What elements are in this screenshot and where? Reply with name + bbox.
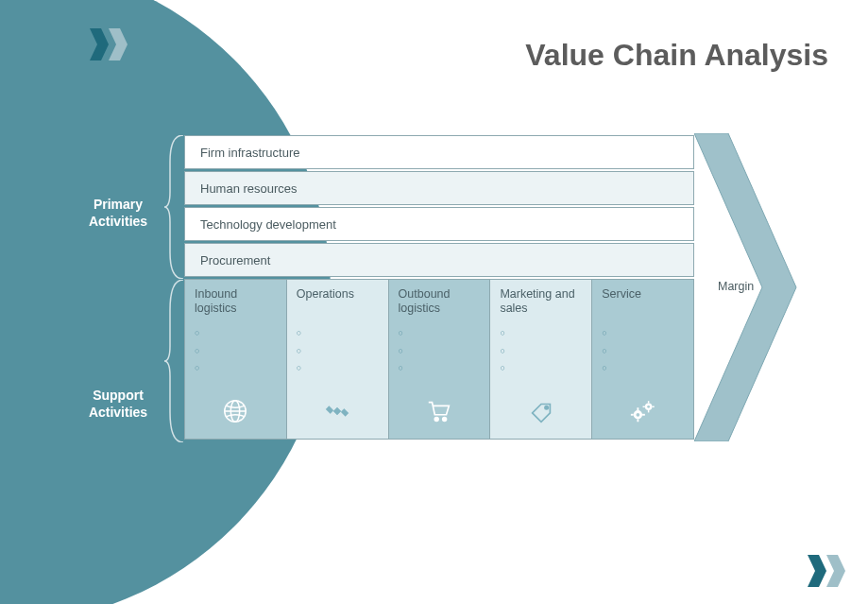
chevron-right-icon [826, 555, 845, 587]
svg-point-6 [434, 418, 438, 422]
primary-col-inbound-logistics: Inbound logistics [184, 279, 286, 440]
svg-rect-12 [637, 419, 638, 422]
chevron-right-icon [808, 555, 826, 587]
primary-activities-grid: Inbound logistics Operations [184, 279, 694, 440]
svg-rect-19 [642, 406, 644, 408]
svg-point-16 [647, 406, 650, 408]
decorative-chevrons-top [90, 28, 128, 60]
support-row-label: Human resources [200, 181, 298, 196]
support-row-firm-infrastructure: Firm infrastructure [184, 135, 694, 169]
svg-rect-18 [647, 410, 649, 412]
primary-col-title: Service [602, 287, 684, 316]
support-row-label: Firm infrastructure [200, 146, 299, 160]
support-row-label: Procurement [200, 253, 270, 267]
svg-rect-14 [642, 414, 645, 416]
margin-label: Margin [718, 280, 754, 293]
svg-point-7 [443, 418, 447, 422]
primary-col-title: Inbound logistics [195, 287, 277, 316]
svg-rect-17 [647, 401, 649, 403]
primary-col-outbound-logistics: Outbound logistics [388, 279, 490, 440]
support-row-label: Technology development [200, 217, 336, 232]
page-title: Value Chain Analysis [525, 38, 828, 73]
support-row-human-resources: Human resources [184, 171, 694, 205]
svg-point-10 [636, 413, 639, 417]
bullet-list [602, 323, 684, 376]
chevron-right-icon [90, 28, 109, 60]
primary-col-operations: Operations [286, 279, 388, 440]
svg-rect-20 [652, 406, 654, 408]
support-row-technology-development: Technology development [184, 207, 694, 241]
svg-point-8 [545, 406, 548, 409]
bullet-list [195, 323, 277, 376]
svg-rect-3 [333, 407, 341, 415]
bullet-list [297, 323, 379, 376]
svg-rect-4 [326, 406, 333, 414]
primary-col-service: Service [591, 279, 694, 440]
cart-icon [389, 397, 490, 429]
support-activities-label: Support Activities [76, 388, 161, 421]
gears-icon [592, 397, 693, 429]
primary-col-marketing-and-sales: Marketing and sales [489, 279, 591, 440]
brace-support [164, 280, 185, 442]
support-row-procurement: Procurement [184, 243, 694, 277]
bullet-list [500, 323, 582, 376]
primary-col-title: Operations [297, 287, 379, 316]
decorative-chevrons-bottom [808, 555, 845, 587]
primary-col-title: Outbound logistics [399, 287, 481, 316]
tag-icon [490, 397, 591, 429]
primary-col-title: Marketing and sales [500, 287, 582, 316]
svg-rect-5 [341, 408, 349, 416]
chevron-right-icon [109, 28, 128, 60]
svg-rect-13 [630, 414, 633, 416]
brace-primary [164, 135, 185, 279]
bullet-list [399, 323, 481, 376]
primary-activities-label: Primary Activities [76, 197, 161, 230]
globe-icon [185, 397, 286, 429]
value-chain-block: Firm infrastructure Human resources Tech… [184, 135, 704, 440]
satellite-icon [287, 397, 388, 429]
svg-rect-11 [637, 407, 638, 410]
